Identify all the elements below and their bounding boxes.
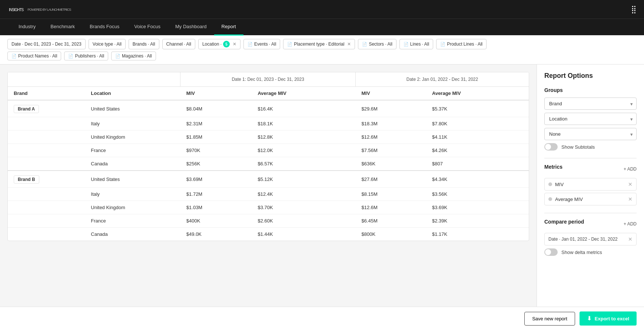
footer: Save new report ⬇ Export to excel — [0, 307, 644, 330]
filter-row-2: 📄 Product Names · All 📄 Publishers · All… — [7, 52, 637, 60]
export-label: Export to excel — [595, 316, 629, 321]
groups-title: Groups — [544, 87, 637, 93]
location-cell: Italy — [85, 117, 180, 131]
metrics-add-btn[interactable]: + ADD — [624, 166, 637, 172]
filter-location[interactable]: Location · 5 ✕ — [198, 39, 240, 49]
miv2-cell: $636K — [355, 157, 426, 171]
avg-miv2-cell: $807 — [426, 157, 529, 171]
miv1-cell: $3.69M — [180, 171, 252, 188]
download-icon: ⬇ — [587, 315, 592, 322]
metric-avg-miv-close[interactable]: ✕ — [628, 196, 633, 202]
miv1-cell: $2.31M — [180, 117, 252, 131]
compare-period-section: Compare period + ADD Date · Jan 01, 2022… — [544, 219, 637, 256]
filter-brands-label: Brands · All — [133, 42, 155, 47]
show-subtotals-toggle[interactable] — [544, 143, 558, 151]
miv1-cell: $1.03M — [180, 201, 252, 214]
miv2-cell: $12.6M — [355, 201, 426, 214]
metric-avg-miv: Average MIV ✕ — [544, 193, 637, 205]
avg-miv2-cell: $3.56K — [426, 188, 529, 201]
table-area: Date 1: Dec 01, 2023 - Dec 31, 2023 Date… — [0, 65, 537, 330]
nav-item-my-dashboard[interactable]: My Dashboard — [168, 19, 214, 36]
top-bar: INSIGHTS POWERED BY LAUNCHMETRICS ⣿ — [0, 0, 644, 19]
brand-label: Brand A — [14, 105, 39, 113]
filter-row-1: Date · Dec 01, 2023 - Dec 31, 2023 Voice… — [7, 39, 637, 49]
filter-product-lines-label: Product Lines · All — [447, 42, 482, 47]
brand-cell: Brand A — [8, 100, 85, 117]
col-avg-miv2: Average MIV — [426, 87, 529, 100]
nav-item-benchmark[interactable]: Benchmark — [43, 19, 82, 36]
avg-miv2-cell: $4.34K — [426, 171, 529, 188]
logo: INSIGHTS POWERED BY LAUNCHMETRICS — [7, 4, 631, 14]
location-cell: United States — [85, 100, 180, 117]
filter-location-close[interactable]: ✕ — [233, 42, 236, 47]
miv1-cell: $1.85M — [180, 131, 252, 144]
filter-product-names[interactable]: 📄 Product Names · All — [7, 52, 61, 60]
nav-item-brands-focus[interactable]: Brands Focus — [82, 19, 127, 36]
filter-product-lines[interactable]: 📄 Product Lines · All — [436, 39, 487, 49]
metrics-title: Metrics — [544, 164, 562, 170]
filter-brands[interactable]: Brands · All — [129, 39, 159, 49]
filter-publishers-label: Publishers · All — [75, 53, 104, 59]
metric-miv-close[interactable]: ✕ — [628, 181, 633, 187]
table-row: Brand AUnited States$8.04M$16.4K$29.6M$5… — [8, 100, 529, 117]
avg-miv1-cell: $12.0K — [252, 144, 355, 157]
location-cell: Canada — [85, 157, 180, 171]
location-cell: United Kingdom — [85, 201, 180, 214]
avg-miv2-cell: $2.39K — [426, 214, 529, 228]
show-subtotals-row: Show Subtotals — [544, 143, 637, 151]
compare-period-header: Compare period + ADD — [544, 219, 637, 229]
filter-bar: Date · Dec 01, 2023 - Dec 31, 2023 Voice… — [0, 35, 644, 65]
brand-cell — [8, 201, 85, 214]
compare-period-close[interactable]: ✕ — [628, 236, 633, 242]
date2-header: Date 2: Jan 01, 2022 - Dec 31, 2022 — [355, 72, 529, 87]
show-delta-row: Show delta metrics — [544, 248, 637, 256]
filter-lines[interactable]: 📄 Lines · All — [399, 39, 433, 49]
nav-bar: Industry Benchmark Brands Focus Voice Fo… — [0, 19, 644, 35]
main-area: Date 1: Dec 01, 2023 - Dec 31, 2023 Date… — [0, 65, 644, 330]
avg-miv2-cell: $4.11K — [426, 131, 529, 144]
date-header-row: Date 1: Dec 01, 2023 - Dec 31, 2023 Date… — [8, 72, 529, 87]
filter-events[interactable]: 📄 Events · All — [243, 39, 280, 49]
filter-lines-label: Lines · All — [410, 42, 429, 47]
group3-select[interactable]: None Brand Location — [544, 128, 637, 140]
group2-select[interactable]: Location Brand None — [544, 113, 637, 125]
group3-select-wrapper: None Brand Location — [544, 128, 637, 140]
miv1-cell: $970K — [180, 144, 252, 157]
nav-item-report[interactable]: Report — [214, 19, 243, 36]
export-excel-button[interactable]: ⬇ Export to excel — [580, 311, 637, 326]
sidebar: Report Options Groups Brand Location Non… — [537, 65, 644, 330]
avg-miv1-cell: $16.4K — [252, 100, 355, 117]
filter-channel[interactable]: Channel · All — [162, 39, 195, 49]
show-delta-toggle[interactable] — [544, 248, 558, 256]
filter-placement-type[interactable]: 📄 Placement type · Editorial ✕ — [283, 39, 355, 49]
compare-period-value: Date · Jan 01, 2022 - Dec 31, 2022 — [548, 237, 618, 242]
avg-miv1-cell: $12.8K — [252, 131, 355, 144]
miv2-cell: $7.56M — [355, 144, 426, 157]
avg-miv1-cell: $12.4K — [252, 188, 355, 201]
lines-icon: 📄 — [404, 42, 409, 47]
filter-date[interactable]: Date · Dec 01, 2023 - Dec 31, 2023 — [7, 39, 86, 49]
group1-select[interactable]: Brand Location None — [544, 98, 637, 110]
brand-cell — [8, 144, 85, 157]
location-cell: United Kingdom — [85, 131, 180, 144]
col-avg-miv1: Average MIV — [252, 87, 355, 100]
nav-item-voice-focus[interactable]: Voice Focus — [127, 19, 168, 36]
metric-miv-label: MIV — [555, 182, 564, 187]
filter-placement-close[interactable]: ✕ — [347, 42, 351, 47]
location-cell: United States — [85, 171, 180, 188]
compare-period-title: Compare period — [544, 219, 584, 225]
save-report-button[interactable]: Save new report — [524, 312, 575, 326]
filter-location-label: Location · — [202, 42, 222, 47]
show-delta-label: Show delta metrics — [561, 250, 602, 255]
grid-icon[interactable]: ⣿ — [631, 5, 637, 14]
filter-voice-type[interactable]: Voice type · All — [89, 39, 126, 49]
miv1-cell: $256K — [180, 157, 252, 171]
sidebar-title: Report Options — [544, 72, 637, 80]
nav-item-industry[interactable]: Industry — [11, 19, 43, 36]
filter-sectors[interactable]: 📄 Sectors · All — [358, 39, 396, 49]
filter-location-badge: 5 — [223, 41, 230, 47]
compare-period-add-btn[interactable]: + ADD — [624, 221, 637, 227]
filter-magazines[interactable]: 📄 Magazines · All — [111, 52, 156, 60]
location-cell: France — [85, 214, 180, 228]
filter-publishers[interactable]: 📄 Publishers · All — [64, 52, 108, 60]
